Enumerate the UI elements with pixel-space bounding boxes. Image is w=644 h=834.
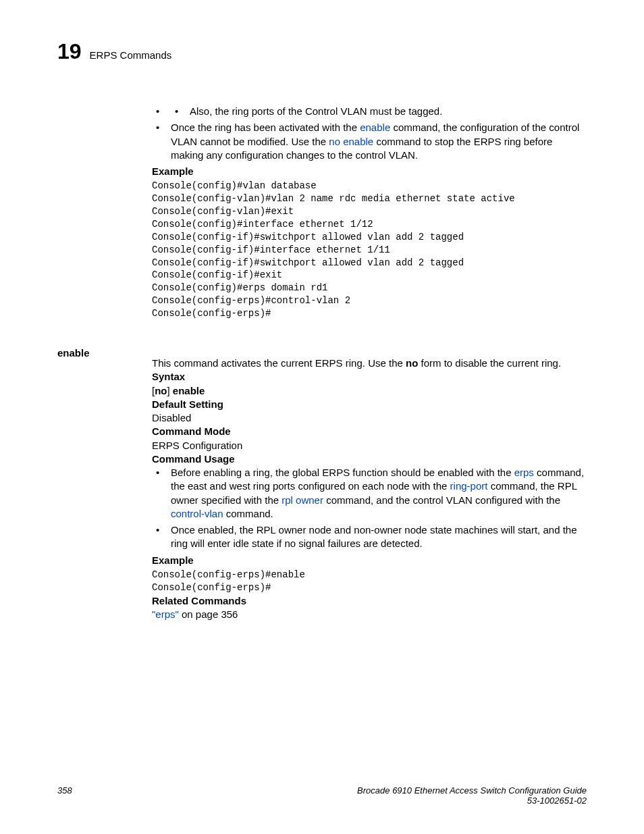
list-item: Before enabling a ring, the global ERPS …: [152, 466, 587, 521]
page: 19 ERPS Commands li[data-name="nested-co…: [0, 0, 644, 834]
running-header: 19 ERPS Commands: [57, 39, 587, 64]
side-heading-enable: enable: [57, 347, 90, 359]
link-ring-port[interactable]: ring-port: [450, 480, 488, 492]
usage-bullet-list: Before enabling a ring, the global ERPS …: [152, 466, 587, 551]
footer-right: Brocade 6910 Ethernet Access Switch Conf…: [357, 785, 587, 806]
desc-pre: This command activates the current ERPS …: [152, 357, 406, 369]
example-label: Example: [152, 165, 587, 178]
u2-text: Once enabled, the RPL owner node and non…: [171, 524, 577, 549]
chapter-number: 19: [57, 39, 82, 64]
syntax-no: no: [155, 385, 167, 396]
link-erps[interactable]: erps: [514, 467, 534, 478]
u1-m4: command.: [223, 508, 273, 519]
syntax-line: [no] enable: [152, 384, 587, 398]
command-mode-label: Command Mode: [152, 425, 587, 438]
command-usage-label: Command Usage: [152, 452, 587, 466]
u1-m3: command, and the control VLAN configured…: [323, 494, 560, 506]
link-control-vlan[interactable]: control-vlan: [171, 508, 223, 519]
enable-section: This command activates the current ERPS …: [152, 357, 587, 621]
default-setting-value: Disabled: [152, 411, 587, 425]
u1-pre: Before enabling a ring, the global ERPS …: [171, 467, 514, 478]
default-setting-label: Default Setting: [152, 398, 587, 411]
footer-page-number: 358: [57, 785, 72, 806]
code-block-2: Console(config-erps)#enable Console(conf…: [152, 569, 587, 594]
list-item: Once the ring has been activated with th…: [152, 121, 587, 162]
desc-post: form to disable the current ring.: [418, 357, 561, 369]
footer-doc-id: 53-1002651-02: [357, 796, 587, 806]
link-no-enable[interactable]: no enable: [329, 136, 373, 147]
syntax-bracket-close: ]: [167, 385, 173, 396]
bullet-text: Also, the ring ports of the Control VLAN…: [190, 105, 442, 117]
footer-doc-title: Brocade 6910 Ethernet Access Switch Conf…: [357, 785, 587, 796]
enable-description: This command activates the current ERPS …: [152, 357, 587, 370]
example2-label: Example: [152, 554, 587, 567]
link-erps-page[interactable]: "erps": [152, 608, 179, 620]
nested-container: li[data-name="nested-container"]::before…: [152, 105, 587, 118]
desc-bold-no: no: [406, 357, 418, 369]
top-bullet-list: li[data-name="nested-container"]::before…: [152, 105, 587, 162]
chapter-title: ERPS Commands: [90, 49, 172, 61]
list-item: Also, the ring ports of the Control VLAN…: [171, 105, 587, 118]
code-block: Console(config)#vlan database Console(co…: [152, 180, 587, 320]
body-content: li[data-name="nested-container"]::before…: [152, 105, 587, 344]
related-commands-line: "erps" on page 356: [152, 608, 587, 621]
syntax-enable: enable: [173, 385, 205, 396]
link-rpl-owner[interactable]: rpl owner: [281, 494, 323, 506]
page-footer: 358 Brocade 6910 Ethernet Access Switch …: [57, 785, 587, 806]
bullet-text-pre: Once the ring has been activated with th…: [171, 122, 360, 133]
command-mode-value: ERPS Configuration: [152, 439, 587, 452]
link-enable[interactable]: enable: [360, 122, 390, 133]
related-rest: on page 356: [179, 608, 238, 620]
list-item: Once enabled, the RPL owner node and non…: [152, 523, 587, 551]
related-commands-label: Related Commands: [152, 594, 587, 608]
syntax-label: Syntax: [152, 370, 587, 384]
